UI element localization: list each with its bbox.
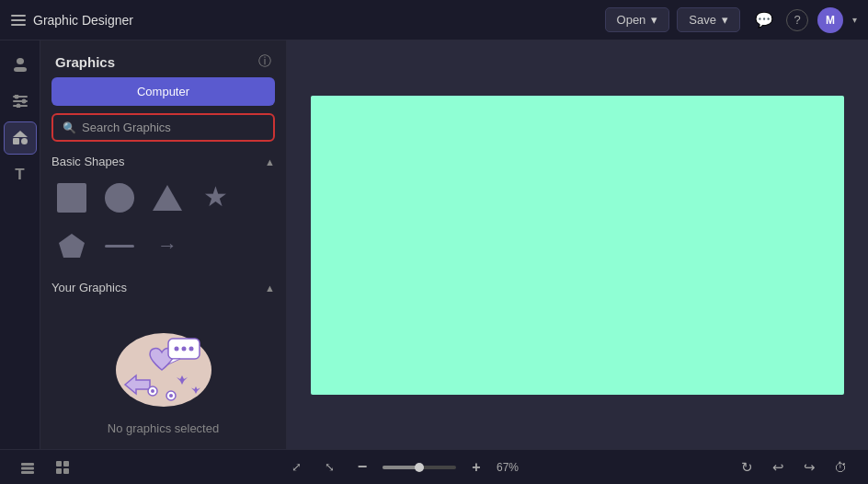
zoom-out-icon[interactable]: − [349, 455, 375, 480]
topbar-left: Graphic Designer [11, 13, 594, 28]
redo-icon[interactable]: ↪ [796, 455, 822, 480]
svg-point-7 [16, 104, 20, 109]
shape-rectangle[interactable] [51, 178, 92, 218]
graphics-placeholder: No graphics selected [51, 304, 275, 449]
topbar-right: 💬 ? M ▾ [751, 7, 857, 33]
topbar-center: Open ▾ Save ▾ [605, 7, 740, 32]
bottombar: ⤢ ⤡ − + 67% ↻ ↩ ↪ ⏱ [0, 449, 868, 484]
svg-marker-10 [13, 131, 28, 137]
canvas [311, 96, 844, 395]
expand-icon[interactable]: ⤢ [283, 455, 309, 480]
shape-triangle[interactable] [147, 178, 188, 218]
svg-point-6 [21, 99, 26, 104]
app-title: Graphic Designer [33, 13, 133, 28]
shape-circle[interactable] [99, 178, 140, 218]
search-box[interactable]: 🔍 Search Graphics [51, 113, 275, 142]
bottombar-left [15, 455, 75, 480]
chat-icon[interactable]: 💬 [751, 7, 777, 33]
svg-rect-23 [21, 463, 34, 466]
bottombar-center: ⤢ ⤡ − + 67% [283, 455, 526, 480]
shape-pentagon[interactable] [51, 225, 92, 266]
sidebar-icon-shapes[interactable] [4, 121, 37, 155]
zoom-in-icon[interactable]: + [463, 455, 489, 480]
save-button[interactable]: Save ▾ [677, 7, 740, 32]
open-button[interactable]: Open ▾ [605, 7, 670, 32]
shapes-grid: ★ → [51, 178, 275, 266]
svg-rect-24 [21, 467, 34, 469]
shape-star[interactable]: ★ [195, 178, 235, 218]
canvas-area[interactable] [287, 40, 868, 449]
chevron-down-icon: ▾ [722, 13, 728, 27]
menu-icon[interactable] [11, 15, 26, 26]
svg-point-22 [169, 394, 173, 398]
svg-rect-26 [56, 461, 62, 467]
svg-rect-25 [21, 471, 34, 474]
no-graphics-text: No graphics selected [108, 421, 219, 435]
panel-title: Graphics [55, 54, 115, 70]
avatar-caret-icon[interactable]: ▾ [852, 15, 857, 25]
grid-icon[interactable] [50, 455, 75, 480]
computer-button[interactable]: Computer [51, 77, 275, 106]
help-icon[interactable]: ? [786, 9, 808, 31]
graphics-panel: Graphics ⓘ Computer 🔍 Search Graphics Ba… [40, 40, 287, 449]
sidebar-icon-person[interactable] [4, 48, 37, 81]
svg-point-17 [188, 347, 193, 351]
panel-header: Graphics ⓘ [40, 40, 286, 77]
zoom-percentage: 67% [497, 461, 526, 474]
rotate-icon[interactable]: ↻ [734, 455, 760, 480]
svg-point-16 [181, 347, 186, 351]
shape-arrow[interactable]: → [147, 225, 188, 266]
svg-rect-28 [56, 468, 62, 474]
avatar[interactable]: M [817, 7, 843, 33]
svg-point-15 [174, 347, 178, 351]
svg-rect-27 [63, 461, 69, 467]
your-graphics-chevron-icon: ▲ [265, 282, 275, 294]
search-icon: 🔍 [63, 121, 76, 134]
your-graphics-section-header[interactable]: Your Graphics ▲ [51, 281, 275, 294]
svg-point-9 [21, 138, 28, 144]
shrink-icon[interactable]: ⤡ [316, 455, 342, 480]
sidebar-icon-text[interactable]: T [4, 158, 37, 191]
your-graphics-label: Your Graphics [51, 281, 127, 294]
sidebar-icon-sliders[interactable] [4, 85, 37, 118]
layers-icon[interactable] [15, 455, 40, 480]
basic-shapes-section-header[interactable]: Basic Shapes ▲ [51, 155, 275, 168]
history-icon[interactable]: ⏱ [828, 455, 853, 480]
basic-shapes-chevron-icon: ▲ [265, 156, 275, 167]
zoom-slider[interactable] [383, 466, 456, 469]
search-placeholder: Search Graphics [82, 121, 171, 134]
icon-sidebar: T [0, 40, 40, 449]
svg-point-20 [151, 389, 154, 393]
svg-point-5 [14, 95, 18, 99]
undo-icon[interactable]: ↩ [765, 455, 791, 480]
your-graphics-section: Your Graphics ▲ [51, 281, 275, 449]
topbar: Graphic Designer Open ▾ Save ▾ 💬 ? M ▾ [0, 0, 868, 40]
bottombar-right: ↻ ↩ ↪ ⏱ [734, 455, 853, 480]
chevron-down-icon: ▾ [651, 13, 657, 27]
panel-body: Computer 🔍 Search Graphics Basic Shapes … [40, 77, 286, 449]
svg-rect-8 [13, 138, 19, 144]
basic-shapes-label: Basic Shapes [51, 155, 125, 168]
svg-marker-11 [59, 234, 85, 258]
shape-line[interactable] [99, 225, 140, 266]
svg-rect-0 [17, 58, 24, 64]
svg-rect-1 [14, 67, 27, 72]
info-icon[interactable]: ⓘ [258, 53, 271, 70]
placeholder-illustration [99, 313, 228, 414]
svg-rect-29 [63, 468, 69, 474]
main: T Graphics ⓘ Computer 🔍 Search Graphics … [0, 40, 868, 449]
